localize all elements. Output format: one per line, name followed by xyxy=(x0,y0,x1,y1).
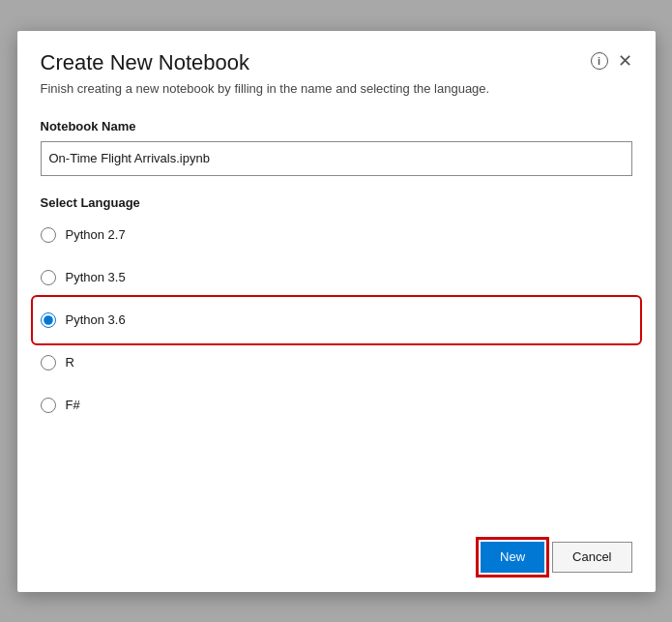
radio-item-fsharp[interactable]: F# xyxy=(41,384,632,427)
radio-label-python27: Python 2.7 xyxy=(66,227,126,242)
create-notebook-dialog: Create New Notebook Finish creating a ne… xyxy=(17,31,656,592)
radio-label-python35: Python 3.5 xyxy=(66,270,126,284)
dialog-body: Notebook Name Select Language Python 2.7… xyxy=(17,104,656,526)
dialog-title: Create New Notebook xyxy=(41,50,591,75)
radio-label-fsharp: F# xyxy=(66,398,80,412)
notebook-name-input[interactable] xyxy=(41,141,632,176)
cancel-button[interactable]: Cancel xyxy=(552,542,631,573)
dialog-title-area: Create New Notebook Finish creating a ne… xyxy=(41,50,591,96)
dialog-header: Create New Notebook Finish creating a ne… xyxy=(17,31,656,104)
radio-fsharp[interactable] xyxy=(41,398,56,413)
radio-item-python36[interactable]: Python 3.6 xyxy=(35,299,638,341)
dialog-footer: New Cancel xyxy=(17,526,656,592)
select-language-label: Select Language xyxy=(41,195,632,210)
dialog-header-icons: i ✕ xyxy=(591,52,632,70)
new-button[interactable]: New xyxy=(481,542,544,573)
radio-label-r: R xyxy=(66,355,74,370)
info-icon[interactable]: i xyxy=(591,52,608,70)
dialog-overlay: Create New Notebook Finish creating a ne… xyxy=(0,0,672,622)
language-radio-group: Python 2.7 Python 3.5 Python 3.6 R xyxy=(41,214,632,427)
radio-python27[interactable] xyxy=(41,227,56,243)
select-language-group: Select Language Python 2.7 Python 3.5 Py… xyxy=(41,195,632,427)
radio-item-r[interactable]: R xyxy=(41,341,632,384)
radio-item-python27[interactable]: Python 2.7 xyxy=(41,214,632,256)
radio-r[interactable] xyxy=(41,355,56,370)
radio-python36[interactable] xyxy=(41,312,56,328)
radio-item-python35[interactable]: Python 3.5 xyxy=(41,256,632,299)
notebook-name-group: Notebook Name xyxy=(41,119,632,176)
radio-python35[interactable] xyxy=(41,270,56,285)
dialog-subtitle: Finish creating a new notebook by fillin… xyxy=(41,81,591,96)
notebook-name-label: Notebook Name xyxy=(41,119,632,133)
close-icon[interactable]: ✕ xyxy=(618,52,632,70)
radio-label-python36: Python 3.6 xyxy=(66,312,126,327)
